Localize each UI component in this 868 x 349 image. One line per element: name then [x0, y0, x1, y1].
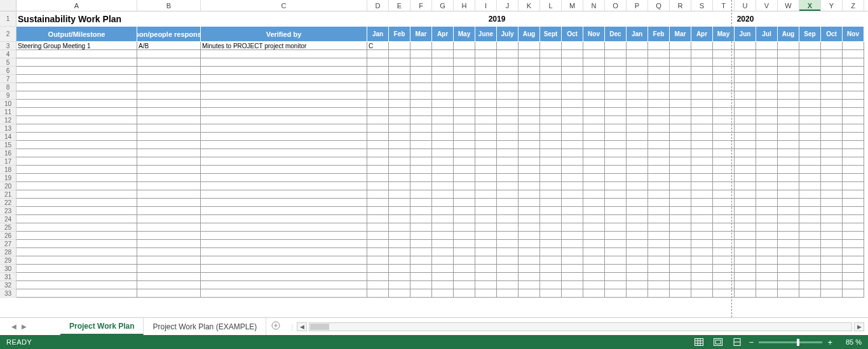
cell-m20-28[interactable]: [799, 248, 821, 256]
cell-m2-26[interactable]: [410, 232, 432, 240]
cell-m14-32[interactable]: [670, 281, 691, 289]
hdr-month-0[interactable]: Jan: [367, 27, 389, 42]
cell-m3-25[interactable]: [432, 223, 454, 232]
cell-m20-7[interactable]: [799, 75, 821, 83]
cell-m18-4[interactable]: [756, 50, 778, 58]
cell-m8-21[interactable]: [540, 190, 562, 199]
hdr-month-21[interactable]: Oct: [821, 27, 843, 42]
cell-B12[interactable]: [137, 116, 201, 124]
cell-m17-16[interactable]: [735, 149, 756, 157]
cell-m1-20[interactable]: [389, 182, 410, 190]
cell-m17-30[interactable]: [735, 265, 756, 273]
cell-m9-12[interactable]: [562, 116, 583, 124]
cell-B5[interactable]: [137, 58, 201, 67]
cell-m17-28[interactable]: [735, 248, 756, 256]
cell-m19-7[interactable]: [778, 75, 799, 83]
cell-m14-23[interactable]: [670, 207, 691, 215]
cell-m19-27[interactable]: [778, 240, 799, 248]
hdr-month-15[interactable]: Apr: [691, 27, 713, 42]
cell-m20-32[interactable]: [799, 281, 821, 289]
cell-m21-11[interactable]: [821, 108, 843, 116]
cell-m9-33[interactable]: [562, 289, 583, 298]
cell-m15-31[interactable]: [691, 273, 713, 281]
cell-m5-18[interactable]: [475, 166, 497, 174]
hscroll-right-button[interactable]: ▶: [854, 322, 864, 331]
cell-m15-4[interactable]: [691, 50, 713, 58]
cell-m20-20[interactable]: [799, 182, 821, 190]
cell-m15-22[interactable]: [691, 199, 713, 207]
cell-m10-14[interactable]: [583, 133, 605, 141]
cell-m6-18[interactable]: [497, 166, 519, 174]
row-header-18[interactable]: 18: [0, 166, 17, 174]
col-header-O[interactable]: O: [605, 0, 627, 11]
cell-m8-31[interactable]: [540, 273, 562, 281]
cell-B27[interactable]: [137, 240, 201, 248]
cell-X3[interactable]: [799, 42, 821, 50]
cell-m15-20[interactable]: [691, 182, 713, 190]
cell-G3[interactable]: [432, 42, 454, 50]
cell-m12-33[interactable]: [627, 289, 648, 298]
cell-m20-22[interactable]: [799, 199, 821, 207]
cell-m21-31[interactable]: [821, 273, 843, 281]
cell-m9-29[interactable]: [562, 256, 583, 265]
cell-m3-15[interactable]: [432, 141, 454, 149]
cell-m6-21[interactable]: [497, 190, 519, 199]
cell-m18-8[interactable]: [756, 83, 778, 91]
cell-m3-33[interactable]: [432, 289, 454, 298]
cell-m2-22[interactable]: [410, 199, 432, 207]
cell-m1-25[interactable]: [389, 223, 410, 232]
cell-C33[interactable]: [201, 289, 367, 298]
cell-m8-13[interactable]: [540, 124, 562, 133]
cell-m1-31[interactable]: [389, 273, 410, 281]
cell-m9-14[interactable]: [562, 133, 583, 141]
cell-m17-19[interactable]: [735, 174, 756, 182]
cell-m19-15[interactable]: [778, 141, 799, 149]
cell-m3-12[interactable]: [432, 116, 454, 124]
cell-C30[interactable]: [201, 265, 367, 273]
cell-m10-18[interactable]: [583, 166, 605, 174]
cell-m13-15[interactable]: [648, 141, 670, 149]
cell-m19-10[interactable]: [778, 100, 799, 108]
cell-A20[interactable]: [17, 182, 137, 190]
cell-m0-17[interactable]: [367, 157, 389, 166]
cell-m6-27[interactable]: [497, 240, 519, 248]
cell-B30[interactable]: [137, 265, 201, 273]
cell-m9-23[interactable]: [562, 207, 583, 215]
cell-m3-31[interactable]: [432, 273, 454, 281]
cell-m21-5[interactable]: [821, 58, 843, 67]
cell-m8-12[interactable]: [540, 116, 562, 124]
cell-m11-21[interactable]: [605, 190, 627, 199]
cell-m6-32[interactable]: [497, 281, 519, 289]
cell-m3-16[interactable]: [432, 149, 454, 157]
cell-m0-18[interactable]: [367, 166, 389, 174]
cell-m10-5[interactable]: [583, 58, 605, 67]
hscroll-thumb[interactable]: [310, 324, 329, 330]
cell-m21-12[interactable]: [821, 116, 843, 124]
cell-m5-20[interactable]: [475, 182, 497, 190]
cell-A26[interactable]: [17, 232, 137, 240]
cell-m2-29[interactable]: [410, 256, 432, 265]
cell-m0-10[interactable]: [367, 100, 389, 108]
cell-m19-33[interactable]: [778, 289, 799, 298]
cell-m5-21[interactable]: [475, 190, 497, 199]
cell-m1-23[interactable]: [389, 207, 410, 215]
col-header-Z[interactable]: Z: [843, 0, 864, 11]
hdr-month-10[interactable]: Nov: [583, 27, 605, 42]
cell-B10[interactable]: [137, 100, 201, 108]
cell-m15-17[interactable]: [691, 157, 713, 166]
cell-m13-25[interactable]: [648, 223, 670, 232]
cell-m7-6[interactable]: [519, 67, 540, 75]
row-header-32[interactable]: 32: [0, 281, 17, 289]
col-header-I[interactable]: I: [475, 0, 497, 11]
cell-m7-19[interactable]: [519, 174, 540, 182]
cell-B25[interactable]: [137, 223, 201, 232]
hdr-month-7[interactable]: Aug: [519, 27, 540, 42]
cell-m6-11[interactable]: [497, 108, 519, 116]
cell-m4-23[interactable]: [454, 207, 475, 215]
hdr-month-9[interactable]: Oct: [562, 27, 583, 42]
cell-m6-9[interactable]: [497, 91, 519, 100]
cell-m11-15[interactable]: [605, 141, 627, 149]
cell-m20-15[interactable]: [799, 141, 821, 149]
cell-m11-5[interactable]: [605, 58, 627, 67]
cell-m3-14[interactable]: [432, 133, 454, 141]
